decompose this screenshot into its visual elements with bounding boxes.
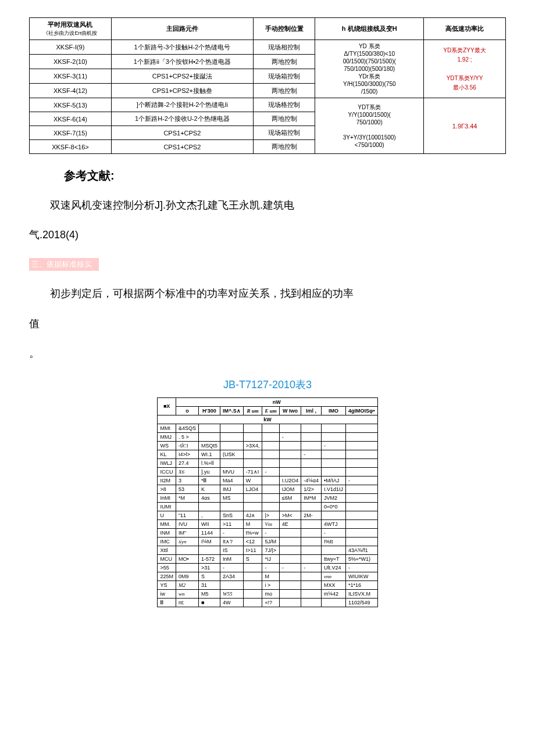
table-cell: l.%»ll [198,458,220,467]
t2-h8: IMO [321,406,345,415]
table-cell: K [198,485,220,493]
table-cell [243,458,262,467]
table-cell: - [262,467,279,476]
table-cell [262,476,279,485]
table-cell [243,502,262,511]
table-cell [176,563,198,572]
table-cell [346,485,378,493]
table-cell: >55 [158,563,176,572]
table-row: >55>31----Ult.V24- [158,563,377,572]
t1-r8c3: 两地控制 [253,140,315,154]
t2-h3: IM^.S∧ [220,406,243,415]
table-cell: LJO4 [243,485,262,493]
table-cell: I4>l> [176,450,198,458]
table-cell: IVU [176,519,198,528]
table-row: INMIM"1144-t%«w-- [158,528,377,537]
table-cell: ≤6M [279,493,301,502]
table-cell: IUMI [158,502,176,511]
table-cell: - [262,528,279,537]
table-cell: IMC [158,537,176,546]
body-para-3: 。 [29,341,506,366]
t2-h5: E um [262,406,279,415]
table-cell [220,502,243,511]
table-cell: I.V1d1IJ [321,485,345,493]
table-cell: IWLJ [158,458,176,467]
table-cell: «!? [262,598,279,607]
table-cell [279,528,301,537]
table-cell: WI.1 [198,450,220,458]
table-cell [279,458,301,467]
t1-r3c1: XKSF-3(11) [30,69,112,84]
t1-r6c2: 1个新路H-2个接收U-2个热继电器 [111,112,253,126]
table-cell: - [301,563,322,572]
table-cell: 1102/549 [346,598,378,607]
table-cell [279,441,301,450]
t1-r6c1: XKSF-6(14) [30,112,112,126]
table-cell [301,519,322,528]
table-cell: MMI [158,424,176,432]
t2-body: MMI&4SQSMMJ. 5 >-WS-tλ':IMSQt5>3X4,-KLI4… [158,424,377,607]
table-cell: - [220,563,243,572]
t2-h7: Iml , [301,406,322,415]
table-cell: II2M [158,476,176,485]
table-cell [301,441,322,450]
t2-h4: R um [243,406,262,415]
table-cell: MXX [321,581,345,589]
table-cell: ttwy«T [321,554,345,563]
table-cell: t%«w [243,528,262,537]
table-cell: >3X4, [243,441,262,450]
table-cell: nt: [176,598,198,607]
table-row: IUMI0«0*0 [158,502,377,511]
table-cell [220,424,243,432]
table-row: IMCiiynI¼MIt∧?<125J/MI%tt [158,537,377,546]
table-cell: I¼M [198,537,220,546]
table-cell [321,458,345,467]
table-cell [279,424,301,432]
table-cell [243,450,262,458]
table-cell: 1/2> [301,485,322,493]
table-row: MMI&4SQS [158,424,377,432]
t1-g1c4: YD 系类 Δ/TY(1500/380)<10 00/1500)(750/150… [315,40,424,98]
table-cell: Xttl [158,546,176,554]
section-header-3: 三、依据标准核实 [29,258,99,271]
t2-kw: kW [158,415,377,424]
t1-h4: h 机绕组接线及变H [315,18,424,40]
t1-h3: 手动控制位置 [253,18,315,40]
table-cell [301,581,322,589]
table-cell: 0«0*0 [321,502,345,511]
t2-h9: 4gIMOISφ• [346,406,378,415]
table-cell [301,554,322,563]
table-cell: 53 [176,485,198,493]
references-heading: 参考文献: [64,168,506,184]
table-cell: i > [262,581,279,589]
table-cell [279,546,301,554]
table-row: XttlISI>117J/|>43A¾/f1 [158,546,377,554]
table-cell [198,546,220,554]
table-row: YSM231i >MXX*1*16 [158,581,377,589]
table-cell: (USK [220,450,243,458]
table-cell: 4WTJ [321,519,345,528]
t2-h6: W Iwo [279,406,301,415]
table-cell: - [279,563,301,572]
g1c5c: YDT系类Y/YY [447,75,483,81]
table-cell [346,537,378,546]
table-cell: •M/IAJ [321,476,345,485]
table-cell: WII [198,519,220,528]
table-cell: - [301,450,322,458]
g1c5d: 最小3.56 [453,84,476,91]
body-para-1: 初步判定后，可根据两个标准中的功率对应关系，找到相应的功率 [29,281,506,306]
table-row: MMJ. 5 >- [158,432,377,441]
table-cell: InMI [158,493,176,502]
table-cell [279,554,301,563]
table-cell [321,424,345,432]
t1-r2c1: XKSF-2(10) [30,55,112,69]
table-cell: - [262,563,279,572]
table-cell: M5 [198,589,220,598]
table-cell [279,450,301,458]
table-cell [301,424,322,432]
table-cell: 3 [176,476,198,485]
table-cell: >M< [279,511,301,519]
table-row: WS-tλ':IMSQt5>3X4,- [158,441,377,450]
table-cell [176,502,198,511]
table-row: iwwnM5W55mom¼42ILISVX.M [158,589,377,598]
